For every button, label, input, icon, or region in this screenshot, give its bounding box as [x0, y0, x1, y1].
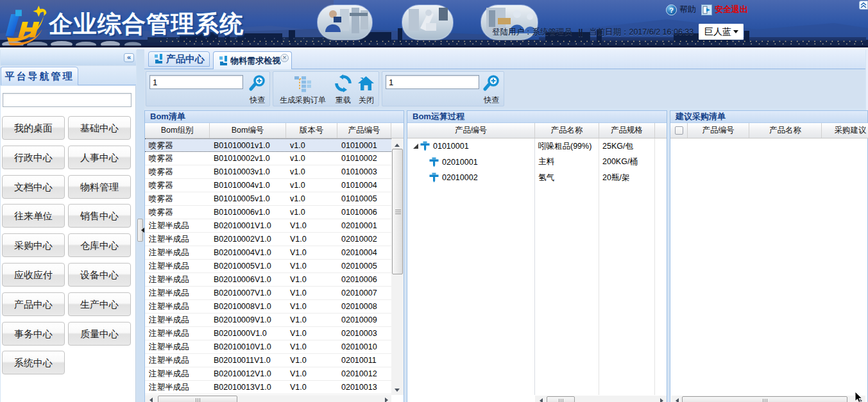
table-cell: B01010005v1.0 [210, 192, 286, 205]
sidebar-nav-button[interactable]: 产品中心 [2, 292, 65, 316]
sidebar-nav-button[interactable]: 应收应付 [2, 263, 65, 287]
close-button[interactable]: 关闭 [357, 95, 376, 106]
purchase-horizontal-scrollbar[interactable] [671, 396, 865, 402]
tree-row[interactable]: 02010001主料200KG/桶 [407, 155, 667, 171]
banner-collapse-button[interactable] [859, 1, 868, 10]
sidebar-nav-button[interactable]: 仓库中心 [68, 233, 131, 257]
quick-search-input-1[interactable] [149, 75, 243, 89]
sidebar-nav-button[interactable]: 质量中心 [68, 322, 131, 346]
logout-icon[interactable] [701, 4, 712, 15]
table-row[interactable]: 注塑半成品B0201000V1.0V1.002010003 [145, 327, 391, 340]
table-row[interactable]: 喷雾器B01010005v1.0v1.001010005 [145, 192, 391, 206]
column-header[interactable]: 产品规格 [599, 123, 655, 138]
table-row[interactable]: 喷雾器B01010003v1.0v1.001010003 [145, 165, 391, 179]
table-row[interactable]: 注塑半成品B02010008V1.0V1.002010008 [145, 300, 391, 314]
table-row[interactable]: 注塑半成品B02010002V1.0V1.002010002 [145, 233, 391, 246]
column-header[interactable]: Bom组别 [145, 123, 210, 138]
table-cell: V1.0 [286, 300, 337, 313]
table-row[interactable]: 注塑半成品B02010001V1.0V1.002010001 [145, 219, 391, 233]
sidebar-nav-button[interactable]: 采购中心 [2, 233, 65, 257]
sidebar-nav-button[interactable]: 生产中心 [68, 292, 131, 316]
scroll-down-button[interactable] [391, 384, 404, 395]
quick-search-button-1[interactable]: 快查 [244, 95, 270, 106]
table-cell: B02010002V1.0 [210, 233, 286, 246]
column-header[interactable]: Bom编号 [210, 123, 286, 138]
tree-row[interactable]: 01010001吲哚粗品(99%)25KG/包 [407, 138, 667, 155]
column-header[interactable]: 采购建议 [822, 123, 868, 138]
scroll-right-button[interactable] [656, 396, 667, 402]
table-row[interactable]: 注塑半成品B02010013V1.0V1.002010013 [145, 381, 391, 394]
generate-purchase-order-button[interactable]: 生成采购订单 [278, 95, 327, 106]
quick-search-input-2[interactable] [386, 75, 479, 89]
checkbox-icon[interactable] [675, 126, 683, 135]
tree-row[interactable]: 02010002氢气20瓶/架 [407, 170, 667, 186]
sidebar-tab-navigation[interactable]: 平台导航管理 [1, 67, 78, 85]
table-cell: B02010011V1.0 [210, 354, 286, 367]
table-row[interactable]: 注塑半成品B02010012V1.0V1.002010012 [145, 367, 391, 381]
scrollbar-thumb[interactable] [547, 396, 575, 402]
scrollbar-thumb[interactable] [682, 396, 847, 402]
column-header[interactable]: 产品编号 [688, 123, 749, 138]
sidebar-nav-button[interactable]: 设备中心 [68, 263, 131, 287]
column-header[interactable]: 版本号 [286, 123, 337, 138]
close-home-icon[interactable] [357, 75, 375, 92]
process-horizontal-scrollbar[interactable] [535, 396, 667, 402]
scroll-left-button[interactable] [535, 396, 546, 402]
sidebar-nav-button[interactable]: 往来单位 [2, 204, 65, 228]
sidebar-collapse-button[interactable]: « [124, 53, 134, 62]
column-header[interactable]: 产品编号 [407, 123, 535, 138]
help-icon[interactable]: ? [666, 4, 677, 15]
table-row[interactable]: 注塑半成品B02010006V1.0V1.002010006 [145, 273, 391, 287]
sidebar-nav-button[interactable]: 我的桌面 [2, 116, 65, 140]
table-row[interactable]: 注塑半成品B02010010V1.0V1.002010010 [145, 340, 391, 354]
reload-icon[interactable] [334, 74, 352, 92]
column-header[interactable]: 产品名称 [749, 123, 822, 138]
table-row[interactable]: 注塑半成品B02010011V1.0V1.002010011 [145, 354, 391, 367]
table-row[interactable]: 注塑半成品B02010004V1.0V1.002010004 [145, 246, 391, 260]
table-row[interactable]: 喷雾器B01010004v1.0v1.001010004 [145, 179, 391, 192]
generate-purchase-order-icon[interactable] [294, 75, 311, 92]
sidebar-nav-button[interactable]: 物料管理 [68, 175, 131, 199]
reload-button[interactable]: 重载 [334, 95, 353, 106]
sidebar-nav-button[interactable]: 事务中心 [2, 322, 65, 346]
tab-product-center[interactable]: 产品中心 [148, 51, 210, 67]
logout-link[interactable]: 安全退出 [715, 4, 748, 15]
table-row[interactable]: 注塑半成品B02010007V1.0V1.002010007 [145, 287, 391, 300]
help-link[interactable]: 帮助 [679, 4, 696, 15]
scroll-up-button[interactable] [391, 138, 404, 149]
sidebar-nav-button[interactable]: 行政中心 [2, 146, 65, 169]
table-row[interactable]: 喷雾器B01010006v1.0v1.001010006 [145, 206, 391, 219]
table-row[interactable]: 注塑半成品B02010005V1.0V1.002010005 [145, 260, 391, 273]
sidebar-splitter[interactable] [137, 49, 144, 402]
theme-dropdown[interactable]: 巨人蓝 [699, 24, 744, 40]
select-all-checkbox-cell[interactable] [670, 123, 688, 138]
chevron-down-icon [733, 30, 738, 36]
table-row[interactable]: 注塑半成品B02010009V1.0V1.002010009 [145, 314, 391, 327]
sidebar-nav-button[interactable]: 文档中心 [2, 175, 65, 199]
tab-close-icon[interactable]: ✕ [280, 54, 289, 62]
quick-search-icon-1[interactable] [248, 74, 266, 92]
scroll-right-button[interactable] [380, 395, 391, 402]
quick-search-button-2[interactable]: 快查 [479, 95, 504, 106]
scroll-left-button[interactable] [145, 395, 156, 402]
sidebar-nav-button[interactable]: 系统中心 [2, 351, 65, 374]
table-row[interactable]: 喷雾器B01010002v1.0v1.001010002 [145, 152, 391, 165]
scrollbar-thumb[interactable] [392, 149, 403, 274]
bom-vertical-scrollbar[interactable] [391, 138, 404, 395]
column-header[interactable]: 产品名称 [535, 123, 599, 138]
table-cell: V1.0 [286, 273, 337, 286]
column-header[interactable]: 产品编号 [337, 123, 391, 138]
table-cell: 01010003 [337, 165, 391, 178]
bom-horizontal-scrollbar[interactable] [145, 395, 391, 402]
scrollbar-thumb[interactable] [158, 396, 237, 402]
sidebar-nav-button[interactable]: 人事中心 [68, 146, 131, 169]
sidebar-nav-button[interactable]: 销售中心 [68, 204, 131, 228]
sidebar-search-input[interactable] [3, 93, 132, 107]
table-row[interactable]: 喷雾器B01010001v1.0v1.001010001 [145, 138, 391, 152]
tree-expander-icon[interactable] [413, 144, 418, 149]
sidebar-nav-button[interactable]: 基础中心 [68, 116, 131, 140]
tab-material-requirement-view[interactable]: 物料需求检视 ✕ [213, 51, 292, 69]
quick-search-icon-2[interactable] [482, 74, 500, 92]
scroll-left-button[interactable] [671, 396, 682, 402]
splitter-collapse-handle[interactable] [137, 219, 143, 242]
